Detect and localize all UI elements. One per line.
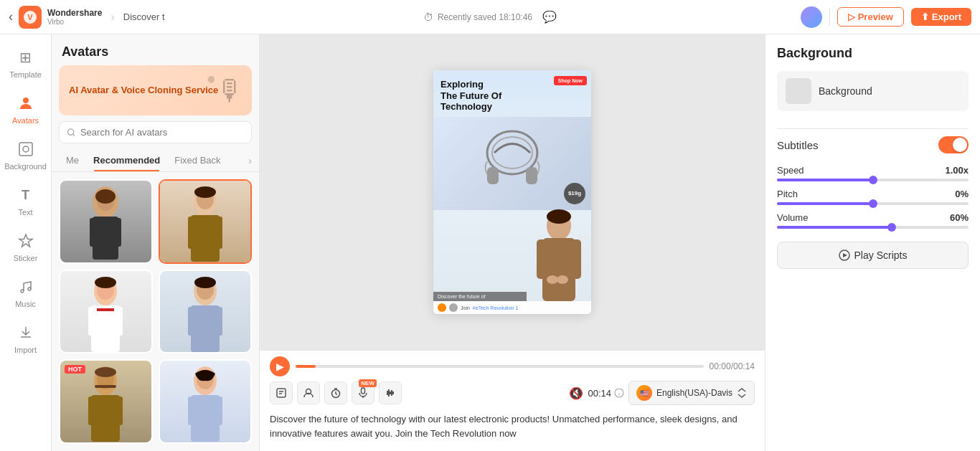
avatar-card-brandt-casual[interactable]: Brandt-Casual [59, 179, 153, 264]
voice-swap-icon [737, 388, 747, 398]
svg-point-8 [67, 128, 73, 134]
duration-badge: 00:14 i [588, 388, 624, 399]
tab-me[interactable]: Me [59, 149, 86, 171]
pitch-value: 0% [955, 189, 969, 199]
pitch-label: Pitch [777, 189, 798, 199]
pitch-slider-row: Pitch 0% [777, 189, 969, 205]
svg-rect-3 [19, 143, 32, 156]
sidebar-item-template[interactable]: ⊞ Template [3, 40, 49, 86]
canvas-heading-line3: Technology [440, 101, 492, 112]
text-icon: T [16, 185, 36, 205]
breadcrumb-sep: › [110, 11, 114, 24]
play-scripts-icon [839, 250, 850, 261]
ctrl-script-btn[interactable] [270, 381, 293, 404]
topbar-center: ⏱ Recently saved 18:10:46 💬 [253, 10, 728, 24]
svg-rect-30 [188, 307, 195, 336]
volume-icon-btn[interactable]: 🔇 [569, 386, 583, 400]
avatar-card-elena-professional[interactable]: Elena-Professional [159, 179, 253, 264]
sidebar-item-import[interactable]: Import [3, 315, 49, 361]
svg-rect-25 [97, 308, 114, 311]
pitch-fill [777, 202, 873, 205]
svg-point-4 [23, 146, 29, 152]
info-icon: i [614, 388, 624, 398]
bg-option[interactable]: Background [777, 71, 969, 111]
speed-track[interactable] [777, 179, 969, 181]
export-button[interactable]: ⬆ Export [911, 8, 971, 26]
play-icon: ▶ [276, 361, 284, 372]
svg-point-49 [492, 137, 532, 168]
pitch-track[interactable] [777, 202, 969, 205]
comments-icon[interactable]: 💬 [542, 10, 557, 24]
svg-rect-52 [537, 239, 547, 279]
speed-fill [777, 179, 873, 181]
search-input[interactable] [80, 127, 244, 138]
clock-icon: ⏱ [423, 11, 433, 23]
svg-point-56 [547, 275, 558, 284]
logo-sub: Virbo [47, 18, 102, 26]
sidebar-item-music[interactable]: Music [3, 270, 49, 315]
time-total: 00:14 [733, 361, 755, 371]
sidebar-item-background[interactable]: Background [3, 132, 49, 178]
search-box[interactable] [59, 121, 252, 143]
sidebar-item-sticker[interactable]: Sticker [3, 224, 49, 270]
mic-icon [357, 387, 369, 399]
svg-rect-44 [215, 397, 222, 425]
avatar-card-female-6[interactable]: Female-6 [159, 359, 253, 444]
avatar-male5-image [77, 361, 134, 444]
ctrl-avatar-btn[interactable] [297, 381, 320, 404]
svg-rect-24 [116, 307, 123, 336]
avatar-brandt-image [77, 181, 134, 264]
user-avatar[interactable] [801, 6, 822, 28]
preview-button[interactable]: ▷ Preview [837, 7, 904, 27]
music-label: Music [15, 300, 36, 308]
hashtag-text: #eTech Revolution 1 [473, 305, 518, 310]
tab-recommended[interactable]: Recommended [86, 149, 167, 171]
voice-selector[interactable]: 🇺🇸 English(USA)-Davis [628, 381, 755, 405]
right-panel: Background Background Subtitles Speed 1.… [765, 34, 980, 451]
bg-label: Background [819, 85, 872, 97]
script-area[interactable]: Discover the future of technology with o… [270, 409, 755, 445]
play-scripts-container: Play Scripts [777, 239, 969, 269]
sticker-label: Sticker [14, 254, 38, 262]
svg-rect-40 [95, 385, 116, 388]
voice-name: English(USA)-Davis [656, 388, 732, 398]
shop-now-badge[interactable]: Shop Now [554, 76, 587, 85]
svg-point-6 [21, 290, 24, 293]
subtitles-toggle[interactable] [938, 136, 969, 153]
avatar-elena-image [176, 181, 234, 264]
sidebar-item-text[interactable]: T Text [3, 178, 49, 224]
timeline-track[interactable] [296, 365, 704, 368]
svg-point-39 [95, 367, 116, 377]
ctrl-timer-btn[interactable] [324, 381, 347, 404]
voice-flag: 🇺🇸 [636, 385, 652, 401]
text-label: Text [18, 208, 32, 217]
svg-rect-31 [215, 307, 222, 336]
volume-header: Volume 60% [777, 212, 969, 223]
sidebar-item-avatars[interactable]: Avatars [3, 86, 49, 132]
template-label: Template [9, 70, 42, 79]
svg-point-14 [95, 189, 116, 204]
volume-track[interactable] [777, 226, 969, 229]
tabs-chevron[interactable]: › [248, 155, 252, 166]
subtitles-label: Subtitles [777, 139, 819, 151]
avatars-panel: Avatars AI Avatar & Voice Cloning Servic… [52, 34, 260, 451]
back-button[interactable]: ‹ [9, 9, 13, 24]
controls-row: NEW 🔇 00:14 i 🇺🇸 English(USA)-Dav [270, 381, 755, 405]
import-label: Import [14, 346, 37, 354]
timeline-time: 00:00/00:14 [710, 361, 755, 371]
avatar-card-male-5[interactable]: HOT Male-5 [59, 359, 153, 444]
waveform-icon [385, 387, 396, 399]
divider-1 [777, 128, 969, 129]
promo-banner[interactable]: AI Avatar & Voice Cloning Service 🎙 ● [59, 65, 252, 115]
avatar-card-ruby-games[interactable]: Ruby-Games [59, 270, 153, 354]
bottom-controls: ▶ 00:00/00:14 [260, 350, 765, 451]
subtitles-row: Subtitles [777, 136, 969, 153]
play-scripts-button[interactable]: Play Scripts [777, 242, 969, 269]
tab-fixed-back[interactable]: Fixed Back [167, 149, 227, 171]
canvas-heading-line2: The Future Of [440, 90, 501, 101]
logo-text-block: Wondershare Virbo [47, 8, 102, 26]
play-button[interactable]: ▶ [270, 356, 290, 376]
avatar-card-harper-promotion[interactable]: Harper-Promotion [159, 270, 253, 354]
ctrl-waveform-btn[interactable] [379, 381, 402, 404]
ctrl-mic-btn[interactable]: NEW [352, 381, 374, 404]
